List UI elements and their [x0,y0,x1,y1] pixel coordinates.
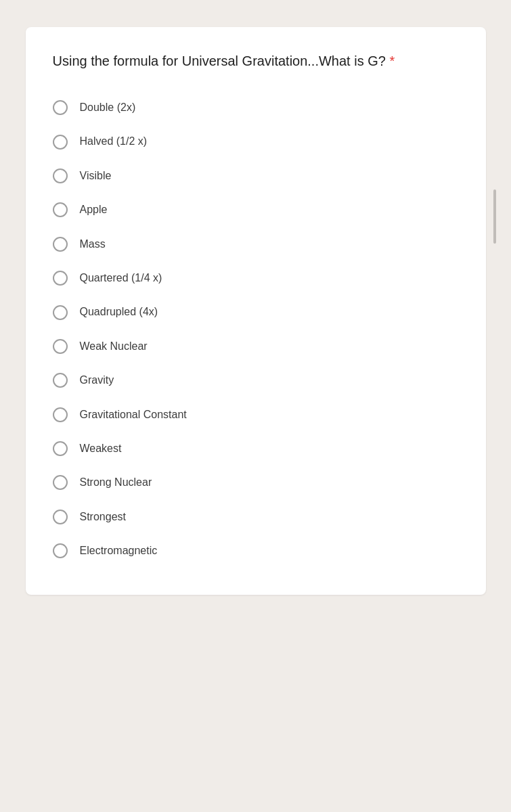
option-label-opt9: Gravity [80,373,114,388]
option-item-opt6[interactable]: Quartered (1/4 x) [53,261,459,295]
option-label-opt4: Apple [80,202,108,217]
radio-circle-opt4[interactable] [53,202,68,217]
option-item-opt7[interactable]: Quadrupled (4x) [53,295,459,329]
radio-circle-opt1[interactable] [53,100,68,115]
radio-circle-opt6[interactable] [53,271,68,286]
option-item-opt3[interactable]: Visible [53,159,459,193]
quiz-card: Using the formula for Universal Gravitat… [26,27,486,595]
option-item-opt4[interactable]: Apple [53,193,459,227]
option-item-opt5[interactable]: Mass [53,227,459,261]
option-label-opt1: Double (2x) [80,100,136,115]
radio-circle-opt9[interactable] [53,373,68,388]
radio-circle-opt11[interactable] [53,441,68,456]
options-list: Double (2x)Halved (1/2 x)VisibleAppleMas… [53,91,459,568]
option-label-opt10: Gravitational Constant [80,407,187,422]
question-title: Using the formula for Universal Gravitat… [53,51,459,70]
option-label-opt5: Mass [80,237,106,252]
option-item-opt9[interactable]: Gravity [53,363,459,397]
radio-circle-opt2[interactable] [53,135,68,150]
radio-circle-opt8[interactable] [53,339,68,354]
option-item-opt8[interactable]: Weak Nuclear [53,330,459,363]
scrollbar[interactable] [493,189,496,244]
radio-circle-opt7[interactable] [53,305,68,320]
option-item-opt12[interactable]: Strong Nuclear [53,466,459,499]
option-item-opt10[interactable]: Gravitational Constant [53,398,459,432]
option-item-opt1[interactable]: Double (2x) [53,91,459,125]
radio-circle-opt14[interactable] [53,543,68,558]
option-label-opt11: Weakest [80,441,122,456]
option-label-opt2: Halved (1/2 x) [80,134,148,149]
option-label-opt3: Visible [80,168,112,183]
option-label-opt12: Strong Nuclear [80,475,152,490]
required-star: * [389,53,395,68]
option-label-opt7: Quadrupled (4x) [80,304,158,319]
option-item-opt11[interactable]: Weakest [53,432,459,466]
radio-circle-opt10[interactable] [53,407,68,422]
radio-circle-opt3[interactable] [53,168,68,183]
option-label-opt6: Quartered (1/4 x) [80,271,162,286]
option-label-opt14: Electromagnetic [80,543,158,558]
option-item-opt14[interactable]: Electromagnetic [53,534,459,568]
radio-circle-opt12[interactable] [53,475,68,490]
option-item-opt13[interactable]: Strongest [53,500,459,534]
option-item-opt2[interactable]: Halved (1/2 x) [53,125,459,158]
radio-circle-opt13[interactable] [53,510,68,524]
question-text: Using the formula for Universal Gravitat… [53,53,390,68]
option-label-opt8: Weak Nuclear [80,339,148,354]
radio-circle-opt5[interactable] [53,237,68,252]
option-label-opt13: Strongest [80,510,126,524]
